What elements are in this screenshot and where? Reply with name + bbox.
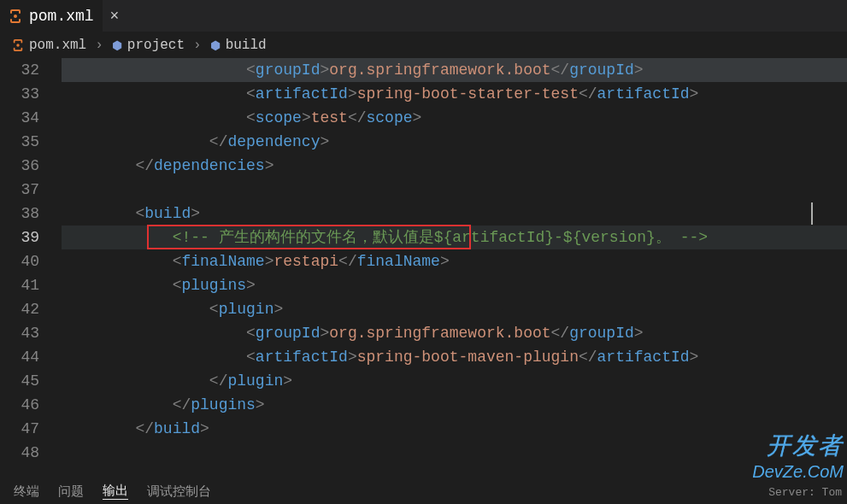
line-number: 45 [0,369,62,393]
code-line[interactable]: <artifactId>spring-boot-maven-plugin</ar… [62,345,847,369]
line-number: 40 [0,249,62,273]
code-line[interactable]: <groupId>org.springframework.boot</group… [62,321,847,345]
tab-pom-xml[interactable]: pom.xml [0,0,103,32]
code-line-active[interactable]: <!-- 产生的构件的文件名，默认值是${artifactId}-${versi… [62,226,847,249]
code-line[interactable]: <plugin> [62,297,847,321]
xml-file-icon [12,39,24,51]
code-line[interactable]: <build> [62,202,847,226]
code-line[interactable]: </dependency> [62,130,847,154]
line-number: 48 [0,441,62,465]
line-number: 42 [0,297,62,321]
line-number: 39 [0,226,62,249]
breadcrumb-file[interactable]: pom.xml [12,38,86,53]
server-status: Server: Tom [768,486,842,499]
code-line[interactable]: <artifactId>spring-boot-starter-test</ar… [62,82,847,106]
text-cursor [811,202,813,225]
code-line[interactable]: <groupId>org.springframework.boot</group… [62,58,847,82]
code-line[interactable]: </build> [62,417,847,441]
code-line[interactable] [62,441,847,465]
line-number: 41 [0,273,62,297]
symbol-icon: ⬢ [112,38,122,53]
code-line[interactable]: </dependencies> [62,154,847,178]
line-number: 47 [0,417,62,441]
line-number: 35 [0,130,62,154]
code-line[interactable]: </plugin> [62,369,847,393]
svg-point-0 [14,15,17,18]
line-number: 38 [0,202,62,226]
code-line[interactable]: <scope>test</scope> [62,106,847,130]
panel-tabs: 终端 问题 输出 调试控制台 [0,478,847,504]
problems-tab[interactable]: 问题 [58,483,84,500]
line-number: 34 [0,106,62,130]
code-line[interactable]: </plugins> [62,393,847,417]
code-line[interactable]: <plugins> [62,273,847,297]
breadcrumb-sep: › [95,38,103,53]
tab-close-button[interactable]: × [103,0,126,32]
line-number: 32 [0,58,62,82]
debug-console-tab[interactable]: 调试控制台 [147,483,211,500]
line-number: 33 [0,82,62,106]
breadcrumb-build[interactable]: ⬢ build [210,38,267,53]
tab-title: pom.xml [29,8,94,25]
line-number: 43 [0,321,62,345]
close-icon: × [110,8,120,25]
svg-point-1 [16,44,20,47]
line-number: 46 [0,393,62,417]
terminal-tab[interactable]: 终端 [14,483,39,500]
tab-bar: pom.xml × [0,0,847,32]
line-gutter: 32 33 34 35 36 37 38 39 40 41 42 43 44 4… [0,58,62,465]
code-content[interactable]: <groupId>org.springframework.boot</group… [62,58,847,465]
line-number: 36 [0,154,62,178]
symbol-icon: ⬢ [210,38,221,53]
code-line[interactable] [62,178,847,202]
xml-file-icon [9,9,22,23]
breadcrumb-sep: › [193,38,202,53]
code-line[interactable]: <finalName>restapi</finalName> [62,249,847,273]
output-tab[interactable]: 输出 [103,483,128,500]
code-editor[interactable]: 32 33 34 35 36 37 38 39 40 41 42 43 44 4… [0,58,847,478]
line-number: 44 [0,345,62,369]
line-number: 37 [0,178,62,202]
breadcrumb: pom.xml › ⬢ project › ⬢ build [0,32,847,58]
breadcrumb-project[interactable]: ⬢ project [112,38,185,53]
